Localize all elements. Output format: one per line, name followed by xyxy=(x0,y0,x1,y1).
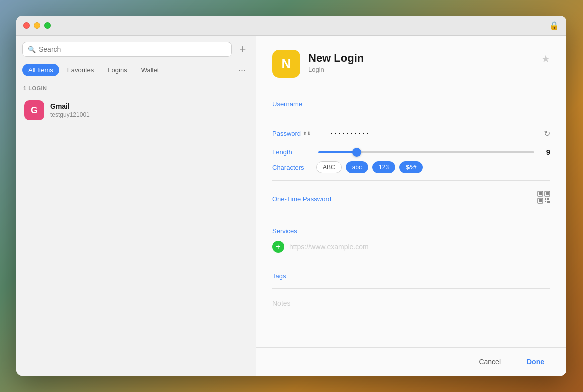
username-label: Username xyxy=(272,100,322,108)
length-value: 9 xyxy=(540,148,550,156)
detail-footer: Cancel Done xyxy=(256,348,566,376)
lock-icon: 🔒 xyxy=(550,21,560,30)
svg-rect-7 xyxy=(548,198,549,200)
tags-label: Tags xyxy=(272,268,286,283)
svg-rect-8 xyxy=(545,201,546,202)
item-list: G Gmail testguy121001 xyxy=(16,94,256,376)
search-wrap: 🔍 xyxy=(22,42,232,57)
char-option-abc[interactable]: abc xyxy=(346,162,368,174)
chars-row: Characters ABC abc 123 $&# xyxy=(272,160,550,176)
length-slider[interactable] xyxy=(318,152,534,154)
detail-icon: N xyxy=(272,50,300,78)
main-panel: N New Login Login ★ Username xyxy=(256,36,566,376)
svg-rect-1 xyxy=(539,192,542,196)
svg-rect-6 xyxy=(545,198,546,200)
password-value[interactable]: ·········· xyxy=(330,128,536,139)
search-bar: 🔍 + xyxy=(16,36,256,61)
filter-all-items[interactable]: All Items xyxy=(22,64,60,76)
password-label: Password ⬆⬇ xyxy=(272,130,322,138)
cancel-button[interactable]: Cancel xyxy=(469,354,511,370)
notes-label: Notes xyxy=(272,300,291,308)
avatar: G xyxy=(24,100,44,120)
app-window: 🔒 🔍 + All Items Favorites Logins Wallet … xyxy=(16,16,566,376)
detail-content: N New Login Login ★ Username xyxy=(256,36,566,348)
regenerate-button[interactable]: ↻ xyxy=(544,129,550,138)
items-header: 1 LOGIN xyxy=(16,82,256,94)
item-name: Gmail xyxy=(50,102,90,110)
detail-title-wrap: New Login Login xyxy=(308,50,534,74)
add-service-button[interactable]: + xyxy=(272,241,284,253)
char-option-ABC[interactable]: ABC xyxy=(316,162,342,174)
length-label: Length xyxy=(272,148,312,156)
filter-more-button[interactable]: ··· xyxy=(234,63,250,78)
chars-label: Characters xyxy=(272,164,312,172)
otp-row: One-Time Password xyxy=(272,186,550,212)
traffic-lights xyxy=(24,22,51,29)
detail-title: New Login xyxy=(308,52,534,65)
password-chevron-icon: ⬆⬇ xyxy=(303,131,311,136)
qr-icon[interactable] xyxy=(538,191,550,207)
done-button[interactable]: Done xyxy=(517,354,554,370)
list-item[interactable]: G Gmail testguy121001 xyxy=(20,96,252,126)
svg-rect-3 xyxy=(546,192,549,196)
filter-favorites[interactable]: Favorites xyxy=(62,64,100,76)
char-option-special[interactable]: $&# xyxy=(400,162,423,174)
filter-logins[interactable]: Logins xyxy=(102,64,133,76)
username-row: Username xyxy=(272,96,550,113)
content-area: 🔍 + All Items Favorites Logins Wallet ··… xyxy=(16,36,566,376)
tags-section: Tags xyxy=(272,266,550,284)
filter-wallet[interactable]: Wallet xyxy=(136,64,166,76)
item-username: testguy121001 xyxy=(50,112,90,118)
detail-subtitle: Login xyxy=(308,66,534,74)
filter-bar: All Items Favorites Logins Wallet ··· xyxy=(16,61,256,82)
divider-5 xyxy=(272,261,550,262)
search-icon: 🔍 xyxy=(28,46,36,54)
notes-section: Notes xyxy=(272,294,550,313)
services-label: Services xyxy=(272,222,550,238)
maximize-button[interactable] xyxy=(44,22,51,29)
char-option-123[interactable]: 123 xyxy=(372,162,396,174)
service-row: + https://www.example.com xyxy=(272,238,550,256)
close-button[interactable] xyxy=(24,22,30,29)
favorite-button[interactable]: ★ xyxy=(542,53,550,65)
add-item-button[interactable]: + xyxy=(236,42,250,56)
minimize-button[interactable] xyxy=(34,22,40,29)
divider-2 xyxy=(272,118,550,118)
service-placeholder: https://www.example.com xyxy=(290,243,369,251)
detail-header: N New Login Login ★ xyxy=(272,50,550,78)
titlebar: 🔒 xyxy=(16,16,566,36)
divider-1 xyxy=(272,90,550,90)
length-row: Length 9 xyxy=(272,144,550,160)
divider-3 xyxy=(272,180,550,181)
search-input[interactable] xyxy=(39,46,226,54)
sidebar: 🔍 + All Items Favorites Logins Wallet ··… xyxy=(16,36,256,376)
divider-6 xyxy=(272,288,550,289)
password-row: Password ⬆⬇ ·········· ↻ xyxy=(272,124,550,144)
password-label-text: Password xyxy=(272,130,301,138)
otp-label: One-Time Password xyxy=(272,196,332,203)
item-info: Gmail testguy121001 xyxy=(50,102,90,118)
divider-4 xyxy=(272,217,550,218)
svg-rect-9 xyxy=(548,201,550,204)
svg-rect-5 xyxy=(539,200,542,202)
